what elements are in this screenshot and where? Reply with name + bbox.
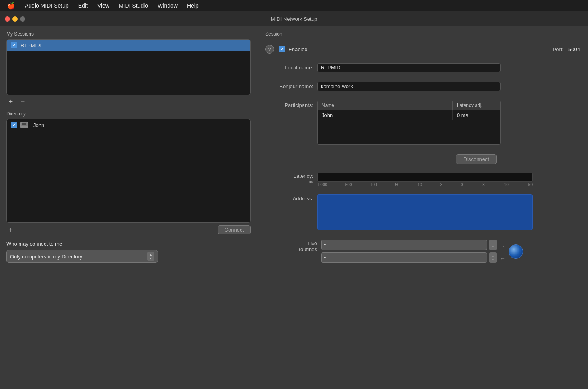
scale-1000: 1,000 (317, 183, 327, 187)
routing-arrows: → ← (500, 240, 505, 264)
live-routings-label: Liveroutings (299, 240, 317, 252)
network-globe-icon (509, 244, 523, 259)
routing-value-2: - (324, 254, 326, 260)
menu-help[interactable]: Help (183, 2, 203, 10)
svg-rect-3 (23, 126, 26, 127)
connect-button[interactable]: Connect (218, 225, 251, 234)
right-panel: Session ? Enabled Port: 5004 Local name:… (257, 26, 588, 389)
remove-directory-button[interactable]: − (18, 226, 27, 234)
menu-edit[interactable]: Edit (74, 2, 92, 10)
port-label: Port: (553, 46, 564, 52)
scale-neg3: -3 (481, 183, 485, 187)
routing-select-2[interactable]: - (321, 252, 487, 263)
participant-name: John (318, 110, 452, 120)
menu-audio-midi-setup[interactable]: Audio MIDI Setup (21, 2, 73, 10)
scale-100: 100 (370, 183, 377, 187)
main-content: My Sessions RTPMIDI + − Directory (0, 26, 588, 389)
participants-empty-space (318, 120, 500, 144)
port-row: Port: 5004 (553, 46, 580, 52)
live-routings-area: Liveroutings - - → ← (265, 240, 580, 264)
live-routings-label-col: Liveroutings (265, 240, 317, 252)
directory-toolbar: + − Connect (6, 225, 251, 234)
scale-neg10: -10 (503, 183, 508, 187)
scale-0: 0 (461, 183, 463, 187)
who-connect-value: Only computers in my Directory (10, 254, 146, 260)
bonjour-name-label: Bonjour name: (265, 83, 313, 89)
add-directory-button[interactable]: + (6, 226, 15, 234)
participants-section: Participants: Name Latency adj. John 0 m… (265, 101, 580, 145)
latency-section: Latency: ms 1,000 500 100 50 10 3 0 -3 -… (265, 173, 580, 187)
dropdown-arrow-icon[interactable] (147, 252, 154, 261)
sessions-list[interactable]: RTPMIDI (6, 39, 251, 95)
enabled-row: Enabled (279, 46, 548, 52)
who-connect-label: Who may connect to me: (6, 241, 251, 247)
latency-ms-label: ms (265, 179, 313, 184)
enabled-label: Enabled (288, 46, 308, 52)
col-name: Name (318, 101, 452, 110)
participant-latency: 0 ms (452, 110, 500, 120)
local-name-value: RTPMIDI (317, 63, 501, 72)
my-sessions-section: My Sessions RTPMIDI + − (6, 31, 251, 106)
close-button[interactable] (5, 16, 10, 22)
menu-bar: 🍎 Audio MIDI Setup Edit View MIDI Studio… (0, 0, 588, 11)
routing-select-1[interactable]: - (321, 240, 487, 250)
computer-icon (20, 122, 28, 128)
local-name-row: Local name: RTPMIDI (265, 63, 580, 72)
latency-label-col: Latency: ms (265, 173, 313, 184)
session-section-label: Session (265, 31, 580, 37)
menu-view[interactable]: View (93, 2, 113, 10)
remove-session-button[interactable]: − (18, 97, 27, 106)
enabled-checkbox[interactable] (279, 46, 285, 52)
window-title: MIDI Network Setup (271, 16, 317, 22)
session-name: RTPMIDI (20, 42, 41, 48)
directory-item-name: John (33, 122, 44, 128)
left-panel: My Sessions RTPMIDI + − Directory (0, 26, 257, 389)
routings-controls: - - (321, 240, 497, 263)
address-label: Address: (265, 194, 313, 202)
directory-section: Directory John + (6, 111, 251, 234)
svg-rect-2 (22, 127, 27, 127)
scale-neg50: -50 (527, 183, 532, 187)
directory-checkbox[interactable] (11, 122, 17, 128)
scale-50: 50 (395, 183, 399, 187)
title-bar: MIDI Network Setup (0, 11, 588, 26)
local-name-label: Local name: (265, 65, 313, 71)
table-row[interactable]: John 0 ms (318, 110, 500, 120)
latency-bar (317, 173, 533, 182)
scale-10: 10 (418, 183, 422, 187)
menu-midi-studio[interactable]: MIDI Studio (115, 2, 152, 10)
scale-500: 500 (345, 183, 352, 187)
routing-value-1: - (324, 241, 326, 247)
address-box (317, 194, 533, 230)
add-session-button[interactable]: + (6, 97, 15, 106)
sessions-toolbar: + − (6, 97, 251, 106)
minimize-button[interactable] (12, 16, 18, 22)
routing-row-1: - (321, 240, 497, 250)
maximize-button[interactable] (20, 16, 25, 22)
who-connect-dropdown[interactable]: Only computers in my Directory (6, 250, 158, 263)
routing-stepper-2[interactable] (489, 252, 497, 263)
my-sessions-label: My Sessions (6, 31, 251, 37)
participants-label: Participants: (265, 101, 313, 108)
address-section: Address: (265, 194, 580, 230)
scale-3: 3 (440, 183, 443, 187)
routing-stepper-1[interactable] (489, 240, 497, 250)
apple-menu[interactable]: 🍎 (3, 1, 19, 10)
table-header: Name Latency adj. (318, 101, 500, 110)
svg-rect-1 (22, 123, 26, 125)
participants-table: Name Latency adj. John 0 ms (317, 101, 501, 145)
arrow-left-icon: ← (500, 255, 505, 262)
arrow-right-icon: → (500, 243, 505, 249)
directory-list[interactable]: John (6, 119, 251, 223)
session-checkbox[interactable] (11, 42, 17, 48)
session-item-rtpmidi[interactable]: RTPMIDI (7, 40, 250, 51)
disconnect-button[interactable]: Disconnect (456, 154, 497, 164)
help-button[interactable]: ? (265, 45, 274, 54)
directory-label: Directory (6, 111, 251, 117)
disconnect-row: Disconnect (265, 154, 497, 164)
directory-item-john[interactable]: John (7, 119, 250, 131)
menu-window[interactable]: Window (154, 2, 182, 10)
traffic-lights (5, 16, 25, 22)
latency-scale: 1,000 500 100 50 10 3 0 -3 -10 -50 (317, 183, 533, 187)
session-top-row: ? Enabled Port: 5004 (265, 45, 580, 54)
